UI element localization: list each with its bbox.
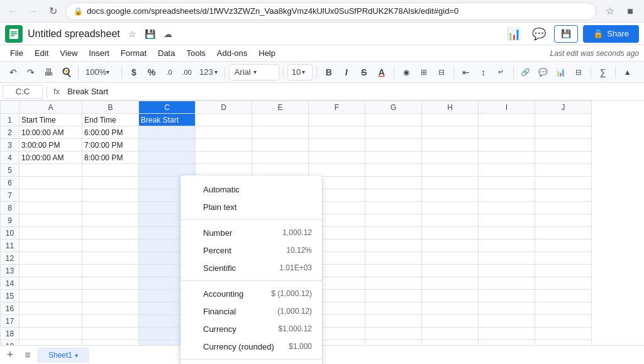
format-menu-item[interactable]: Currency$1,000.12: [180, 320, 322, 338]
col-header-a[interactable]: A: [19, 101, 82, 114]
format-menu-item[interactable]: Automatic: [180, 180, 322, 198]
col-header-j[interactable]: J: [535, 101, 592, 114]
cell[interactable]: [365, 114, 422, 126]
text-color-button[interactable]: A: [374, 64, 390, 80]
cell[interactable]: [309, 164, 365, 177]
cell[interactable]: [422, 265, 479, 277]
cell[interactable]: [365, 139, 422, 152]
cell[interactable]: [252, 126, 309, 139]
cell[interactable]: [365, 164, 422, 177]
cell[interactable]: 8:00:00 PM: [82, 152, 139, 164]
menu-data[interactable]: Data: [153, 47, 180, 60]
cell[interactable]: [479, 290, 535, 302]
cell[interactable]: [19, 214, 82, 227]
cell[interactable]: [252, 164, 309, 177]
cell[interactable]: [19, 227, 82, 240]
paint-format-button[interactable]: 🍳: [58, 64, 74, 80]
format-menu-item[interactable]: Currency (rounded)$1,000: [180, 338, 322, 355]
cell[interactable]: [365, 202, 422, 214]
menu-insert[interactable]: Insert: [84, 47, 114, 60]
function-button[interactable]: ∑: [595, 64, 611, 80]
cell[interactable]: [535, 202, 592, 214]
cell[interactable]: [82, 265, 139, 277]
cell[interactable]: [82, 277, 139, 290]
format-menu-item[interactable]: Accounting$ (1,000.12): [180, 285, 322, 302]
cell[interactable]: [479, 189, 535, 202]
cell[interactable]: [422, 164, 479, 177]
cell[interactable]: [365, 227, 422, 240]
add-sheet-button[interactable]: +: [3, 348, 18, 363]
cell[interactable]: [479, 328, 535, 340]
cell[interactable]: [422, 202, 479, 214]
explore-button[interactable]: ▲: [619, 64, 636, 80]
cell[interactable]: [82, 202, 139, 214]
cell[interactable]: [422, 240, 479, 252]
cell[interactable]: [535, 177, 592, 189]
cell[interactable]: [422, 277, 479, 290]
cell[interactable]: Start Time: [19, 114, 82, 126]
formula-input[interactable]: [65, 85, 641, 99]
cell[interactable]: 3:00:00 PM: [19, 139, 82, 152]
cell[interactable]: [365, 290, 422, 302]
drive-button[interactable]: 💾: [143, 26, 158, 41]
cell[interactable]: [479, 202, 535, 214]
cell[interactable]: [196, 139, 252, 152]
cell[interactable]: [535, 302, 592, 315]
cell[interactable]: [535, 114, 592, 126]
cell[interactable]: [196, 152, 252, 164]
cell[interactable]: [365, 328, 422, 340]
cell[interactable]: [196, 114, 252, 126]
cell[interactable]: [479, 214, 535, 227]
comments-button[interactable]: 💬: [529, 24, 549, 44]
cell[interactable]: [535, 152, 592, 164]
format-menu-item[interactable]: Number1,000.12: [180, 224, 322, 241]
cell[interactable]: [479, 139, 535, 152]
col-header-d[interactable]: D: [196, 101, 252, 114]
format-type-select[interactable]: 123 ▾: [196, 64, 221, 80]
cell[interactable]: [535, 328, 592, 340]
format-menu-item[interactable]: Financial(1,000.12): [180, 302, 322, 320]
star-button[interactable]: ☆: [125, 26, 140, 41]
cell[interactable]: [422, 340, 479, 346]
cell[interactable]: [422, 227, 479, 240]
cell[interactable]: [422, 189, 479, 202]
cell[interactable]: [19, 202, 82, 214]
col-header-c[interactable]: C: [139, 101, 196, 114]
cell[interactable]: [422, 315, 479, 328]
cell[interactable]: [365, 315, 422, 328]
cell[interactable]: [422, 214, 479, 227]
cell[interactable]: [365, 177, 422, 189]
cell[interactable]: [139, 152, 196, 164]
menu-format[interactable]: Format: [116, 47, 152, 60]
cell[interactable]: [139, 126, 196, 139]
font-family-select[interactable]: Arial ▾: [229, 64, 279, 80]
cell[interactable]: [479, 265, 535, 277]
cell-reference-box[interactable]: C:C: [3, 85, 43, 99]
cell[interactable]: [82, 227, 139, 240]
cell[interactable]: 7:00:00 PM: [82, 139, 139, 152]
cell[interactable]: [479, 340, 535, 346]
cell[interactable]: [82, 252, 139, 265]
cell[interactable]: [535, 290, 592, 302]
share-button[interactable]: 🔒 Share: [583, 25, 639, 43]
cell[interactable]: [19, 265, 82, 277]
cell[interactable]: [422, 177, 479, 189]
col-header-i[interactable]: I: [479, 101, 535, 114]
cell[interactable]: [82, 177, 139, 189]
cell[interactable]: [479, 240, 535, 252]
cell[interactable]: [422, 152, 479, 164]
cell[interactable]: [535, 252, 592, 265]
cell[interactable]: [139, 164, 196, 177]
cell[interactable]: [365, 252, 422, 265]
bookmark-button[interactable]: ☆: [601, 3, 619, 20]
col-header-f[interactable]: F: [309, 101, 365, 114]
menu-view[interactable]: View: [55, 47, 82, 60]
cell[interactable]: [252, 152, 309, 164]
cell[interactable]: [19, 340, 82, 346]
cell[interactable]: [309, 114, 365, 126]
format-menu-item[interactable]: Percent10.12%: [180, 241, 322, 259]
cell[interactable]: [479, 252, 535, 265]
cell[interactable]: [535, 340, 592, 346]
cell[interactable]: [19, 328, 82, 340]
cell[interactable]: 10:00:00 AM: [19, 152, 82, 164]
